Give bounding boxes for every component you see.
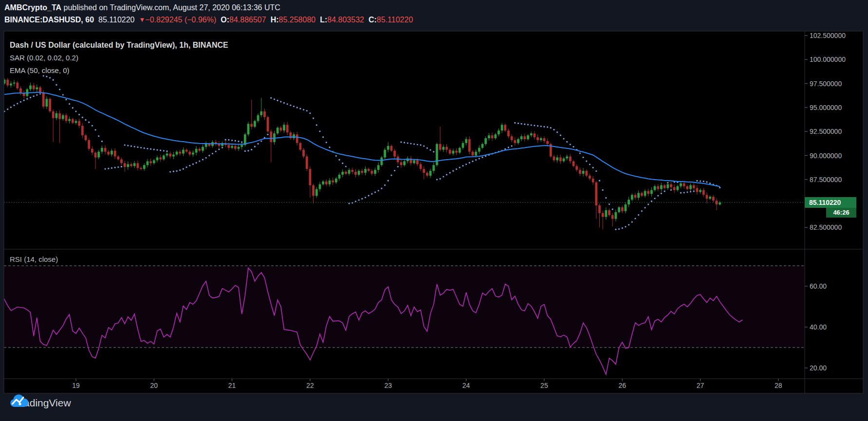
rsi-tick-label: 20.00 [810, 364, 827, 372]
tradingview-logo[interactable]: TradingView [10, 394, 71, 412]
price-tick-label: 87.500000 [810, 176, 842, 183]
chart-root: AMBCrypto_TA published on TradingView.co… [0, 0, 868, 421]
time-tick-label: 27 [697, 382, 704, 389]
tradingview-cloud-icon [10, 394, 28, 408]
time-tick-label: 19 [72, 382, 80, 389]
chart-title-legend[interactable]: Dash / US Dollar (calculated by TradingV… [10, 41, 228, 50]
time-tick-label: 25 [540, 382, 548, 389]
price-tick-label: 92.500000 [810, 128, 842, 135]
sar-indicator-legend[interactable]: SAR (0.02, 0.02, 0.2) [10, 54, 78, 62]
time-tick-label: 24 [462, 382, 470, 389]
time-tick-label: 21 [228, 382, 236, 389]
price-tick-label: 97.500000 [810, 80, 842, 88]
time-tick-label: 22 [306, 382, 314, 389]
rsi-indicator-legend[interactable]: RSI (14, close) [10, 255, 58, 263]
bar-countdown: 46:26 [826, 208, 856, 218]
rsi-tick-label: 60.00 [810, 282, 827, 290]
time-tick-label: 20 [150, 382, 158, 389]
time-tick-label: 26 [618, 382, 626, 389]
price-tick-label: 82.500000 [810, 223, 842, 231]
price-tick-label: 95.000000 [810, 104, 842, 111]
rsi-tick-label: 40.00 [810, 323, 827, 331]
price-tick-label: 102.500000 [810, 32, 846, 39]
time-tick-label: 28 [775, 382, 782, 389]
price-tick-label: 100.000000 [810, 55, 846, 63]
time-tick-label: 23 [384, 382, 392, 389]
price-tick-label: 90.000000 [810, 152, 842, 160]
ema-indicator-legend[interactable]: EMA (50, close, 0) [10, 66, 70, 74]
chart-canvas[interactable] [0, 0, 868, 421]
current-price-flag: 85.110220 [805, 197, 856, 208]
